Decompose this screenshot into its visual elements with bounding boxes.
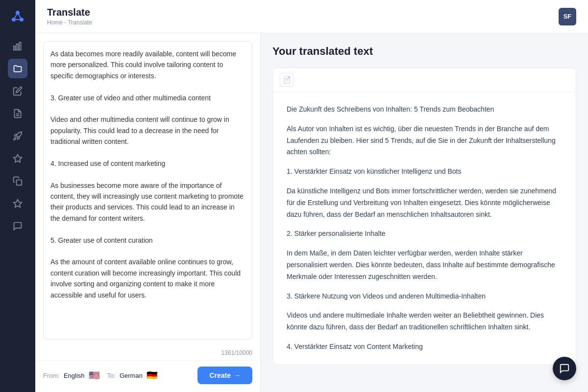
main-content: Translate Home - Translate SF 1361/10000… xyxy=(35,0,588,392)
to-lang-value: German xyxy=(120,372,143,379)
support-chat-bubble[interactable] xyxy=(553,357,576,380)
svg-rect-8 xyxy=(19,43,21,50)
right-panel: Your translated text 📄 Die Zukunft des S… xyxy=(261,33,588,392)
breadcrumb-current: Translate xyxy=(68,19,92,26)
analytics-icon[interactable] xyxy=(8,36,27,56)
svg-rect-12 xyxy=(17,180,22,185)
translated-paragraph: Videos und andere multimediale Inhalte w… xyxy=(287,310,562,333)
translated-content-box: 📄 Die Zukunft des Schreibens von Inhalte… xyxy=(272,68,576,365)
translated-paragraph: In dem Maße, in dem Daten leichter verfü… xyxy=(287,248,562,282)
svg-marker-13 xyxy=(14,200,22,208)
translated-paragraph: 3. Stärkere Nutzung von Videos und ander… xyxy=(287,291,562,302)
breadcrumb: Home - Translate xyxy=(47,19,92,26)
document-icon[interactable] xyxy=(8,104,27,123)
header: Translate Home - Translate SF xyxy=(35,0,588,33)
svg-line-3 xyxy=(14,13,18,20)
svg-marker-11 xyxy=(14,155,22,162)
app-logo[interactable] xyxy=(7,6,28,27)
translated-paragraph: Die Zukunft des Schreibens von Inhalten:… xyxy=(287,104,562,115)
star-icon[interactable] xyxy=(8,149,27,168)
user-avatar[interactable]: SF xyxy=(559,8,576,25)
translated-paragraph: Da künstliche Intelligenz und Bots immer… xyxy=(287,185,562,220)
from-lang-value: English xyxy=(64,372,85,379)
bookmark-icon[interactable] xyxy=(8,194,27,213)
left-panel: 1361/10000 From: English 🇺🇸 To: German 🇩… xyxy=(35,33,261,392)
document-tool-icon[interactable]: 📄 xyxy=(280,73,294,87)
svg-rect-6 xyxy=(14,46,15,50)
create-button[interactable]: Create → xyxy=(197,367,252,384)
to-lang-group: To: German 🇩🇪 xyxy=(107,370,157,381)
translated-paragraph: 1. Verstärkter Einsatz von künstlicher I… xyxy=(287,166,562,178)
textarea-wrapper xyxy=(35,33,260,347)
breadcrumb-home[interactable]: Home xyxy=(47,19,63,26)
translated-title: Your translated text xyxy=(272,45,576,58)
folder-icon[interactable] xyxy=(8,59,27,78)
svg-line-4 xyxy=(18,13,22,20)
edit-icon[interactable] xyxy=(8,81,27,101)
to-flag: 🇩🇪 xyxy=(147,370,157,381)
from-lang-group: From: English 🇺🇸 xyxy=(43,370,99,381)
translate-controls: From: English 🇺🇸 To: German 🇩🇪 Create → xyxy=(35,360,260,392)
translated-paragraph: Als Autor von Inhalten ist es wichtig, ü… xyxy=(287,123,562,158)
from-flag: 🇺🇸 xyxy=(89,370,99,381)
content-toolbar: 📄 xyxy=(273,68,576,92)
source-textarea[interactable] xyxy=(43,41,252,340)
copy-icon[interactable] xyxy=(8,171,27,191)
header-left: Translate Home - Translate xyxy=(47,7,92,26)
rocket-icon[interactable] xyxy=(8,126,27,146)
to-label: To: xyxy=(107,372,116,379)
page-title: Translate xyxy=(47,7,92,18)
translated-text-body: Die Zukunft des Schreibens von Inhalten:… xyxy=(273,92,576,365)
svg-rect-7 xyxy=(17,44,18,50)
content-area: 1361/10000 From: English 🇺🇸 To: German 🇩… xyxy=(35,33,588,392)
chat-sidebar-icon[interactable] xyxy=(8,216,27,236)
translated-paragraph: 4. Verstärkter Einsatz von Content Marke… xyxy=(287,341,562,353)
char-count: 1361/10000 xyxy=(35,347,260,360)
from-label: From: xyxy=(43,372,60,379)
sidebar xyxy=(0,0,35,392)
translated-paragraph: 2. Stärker personalisierte Inhalte xyxy=(287,228,562,240)
